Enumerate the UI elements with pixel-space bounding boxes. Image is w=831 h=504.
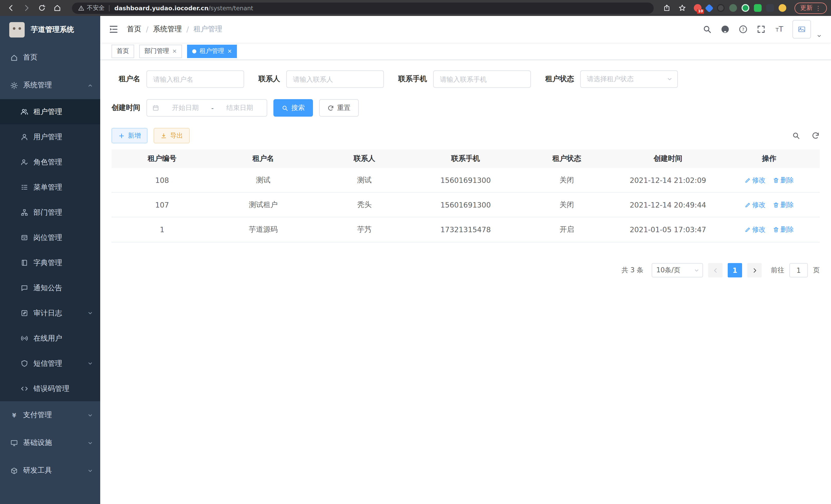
search-icon bbox=[282, 105, 288, 111]
reset-button[interactable]: 重置 bbox=[319, 99, 359, 117]
extension-icon[interactable] bbox=[705, 4, 714, 12]
cell-tenant-name: 芋道源码 bbox=[213, 217, 314, 242]
edit-icon bbox=[744, 177, 751, 183]
bookmark-star-icon[interactable] bbox=[675, 1, 689, 14]
trash-icon bbox=[773, 202, 779, 208]
extension-icon[interactable] bbox=[717, 4, 725, 12]
contact-input[interactable] bbox=[286, 70, 384, 88]
goto-page-input[interactable] bbox=[790, 263, 808, 277]
sidebar-item-sms-management[interactable]: 短信管理 bbox=[0, 351, 100, 376]
breadcrumb-home[interactable]: 首页 bbox=[127, 25, 141, 34]
page-size-select[interactable]: 10条/页 bbox=[652, 263, 703, 277]
sidebar-item-role-management[interactable]: 角色管理 bbox=[0, 149, 100, 175]
reset-button-label: 重置 bbox=[337, 103, 350, 113]
extension-icon[interactable] bbox=[754, 4, 762, 12]
address-bar[interactable]: 不安全 dashboard.yudao.iocoder.cn/system/te… bbox=[72, 2, 654, 13]
tag-close-icon[interactable]: × bbox=[172, 48, 177, 55]
filter-row-1: 租户名 联系人 联系手机 租户状态 请选择租户状态 bbox=[112, 70, 820, 88]
sidebar-item-system-management[interactable]: 系统管理 bbox=[0, 71, 100, 99]
refresh-table-icon[interactable] bbox=[811, 131, 820, 140]
back-button[interactable] bbox=[4, 1, 18, 14]
tag-close-icon[interactable]: × bbox=[227, 48, 232, 55]
breadcrumb-system[interactable]: 系统管理 bbox=[153, 25, 182, 34]
tag-tenant-management[interactable]: 租户管理 × bbox=[187, 45, 237, 58]
edit-label: 修改 bbox=[752, 175, 766, 185]
user-avatar[interactable] bbox=[793, 20, 811, 38]
home-button[interactable] bbox=[50, 1, 64, 14]
table-row: 1 芋道源码 芋艿 17321315478 开启 2021-01-05 17:0… bbox=[112, 217, 820, 242]
page-number-1[interactable]: 1 bbox=[728, 263, 742, 277]
breadcrumb-current: 租户管理 bbox=[194, 25, 222, 34]
prev-page-button[interactable] bbox=[708, 263, 722, 277]
not-secure-label[interactable]: 不安全 bbox=[87, 4, 105, 12]
start-date-placeholder[interactable]: 开始日期 bbox=[164, 103, 207, 113]
sidebar-item-error-code-management[interactable]: 错误码管理 bbox=[0, 376, 100, 401]
chrome-update-button[interactable]: 更新 ⋮ bbox=[795, 2, 827, 13]
col-created: 创建时间 bbox=[618, 149, 719, 168]
sidebar-item-user-management[interactable]: 用户管理 bbox=[0, 124, 100, 149]
cell-phone: 15601691300 bbox=[415, 168, 516, 192]
reload-button[interactable] bbox=[35, 1, 48, 14]
divider bbox=[109, 5, 109, 11]
add-button-label: 新增 bbox=[128, 131, 141, 140]
sidebar-item-audit-log[interactable]: 审计日志 bbox=[0, 301, 100, 326]
sidebar-item-label: 系统管理 bbox=[23, 81, 52, 90]
tenant-name-input[interactable] bbox=[146, 70, 244, 88]
edit-link[interactable]: 修改 bbox=[744, 225, 766, 234]
edit-link[interactable]: 修改 bbox=[744, 175, 766, 185]
chrome-menu-icon[interactable]: ⋮ bbox=[815, 4, 821, 11]
search-icon[interactable] bbox=[703, 25, 712, 34]
sidebar-item-label: 角色管理 bbox=[33, 157, 62, 167]
extension-icon[interactable] bbox=[779, 4, 786, 12]
end-date-placeholder[interactable]: 结束日期 bbox=[218, 103, 262, 113]
toggle-search-icon[interactable] bbox=[792, 131, 800, 140]
status-select[interactable]: 请选择租户状态 bbox=[580, 70, 678, 88]
delete-link[interactable]: 删除 bbox=[773, 200, 794, 209]
sidebar-item-dict-management[interactable]: 字典管理 bbox=[0, 250, 100, 275]
pagination-total: 共 3 条 bbox=[622, 266, 643, 275]
tag-home[interactable]: 首页 bbox=[112, 45, 134, 58]
tag-label: 租户管理 bbox=[199, 47, 224, 56]
sidebar-item-dev-tools[interactable]: 研发工具 bbox=[0, 457, 100, 484]
sidebar-item-payment-management[interactable]: 支付管理 bbox=[0, 401, 100, 429]
sidebar-item-online-users[interactable]: 在线用户 bbox=[0, 326, 100, 351]
search-button[interactable]: 搜索 bbox=[274, 99, 313, 117]
fullscreen-icon[interactable] bbox=[756, 25, 766, 34]
delete-link[interactable]: 删除 bbox=[773, 225, 794, 234]
date-range-picker[interactable]: 开始日期 - 结束日期 bbox=[146, 99, 267, 117]
next-page-button[interactable] bbox=[747, 263, 762, 277]
sidebar-item-home[interactable]: 首页 bbox=[0, 44, 100, 71]
tag-dept-management[interactable]: 部门管理 × bbox=[139, 45, 182, 58]
phone-input[interactable] bbox=[433, 70, 531, 88]
extension-icon[interactable] bbox=[729, 4, 737, 12]
logo[interactable]: 芋道管理系统 bbox=[0, 16, 100, 44]
extension-icon[interactable]: 10 bbox=[694, 4, 701, 12]
cell-tenant-name: 测试租户 bbox=[213, 192, 314, 217]
url-text[interactable]: dashboard.yudao.iocoder.cn/system/tenant bbox=[114, 4, 253, 11]
sidebar-item-notice[interactable]: 通知公告 bbox=[0, 275, 100, 301]
delete-link[interactable]: 删除 bbox=[773, 175, 794, 185]
extensions-area: 10 bbox=[694, 4, 786, 12]
share-icon[interactable] bbox=[660, 1, 673, 14]
export-button[interactable]: 导出 bbox=[154, 128, 190, 143]
user-icon bbox=[21, 133, 28, 141]
sidebar-item-dept-management[interactable]: 部门管理 bbox=[0, 200, 100, 225]
sidebar-item-menu-management[interactable]: 菜单管理 bbox=[0, 175, 100, 200]
add-button[interactable]: 新增 bbox=[112, 128, 147, 143]
sidebar-collapse-icon[interactable] bbox=[109, 24, 119, 34]
sidebar-item-infrastructure[interactable]: 基础设施 bbox=[0, 429, 100, 457]
filter-row-2: 创建时间 开始日期 - 结束日期 搜索 重置 bbox=[112, 99, 820, 117]
avatar-dropdown-caret-icon[interactable] bbox=[816, 33, 822, 38]
extension-icon[interactable] bbox=[742, 4, 749, 12]
log-icon bbox=[21, 309, 28, 317]
github-icon[interactable] bbox=[720, 25, 730, 34]
edit-link[interactable]: 修改 bbox=[744, 200, 766, 209]
chevron-right-icon bbox=[752, 267, 757, 273]
sidebar-item-tenant-management[interactable]: 租户管理 bbox=[0, 99, 100, 124]
extension-icon[interactable] bbox=[766, 4, 774, 12]
sidebar-item-post-management[interactable]: 岗位管理 bbox=[0, 225, 100, 250]
screen: 不安全 dashboard.yudao.iocoder.cn/system/te… bbox=[0, 0, 831, 504]
help-icon[interactable] bbox=[739, 25, 748, 34]
font-size-icon[interactable] bbox=[774, 25, 784, 34]
forward-button[interactable] bbox=[20, 1, 33, 14]
